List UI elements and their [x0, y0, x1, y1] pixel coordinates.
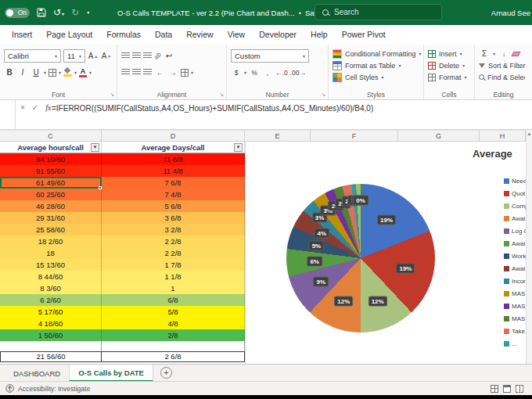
tab-view[interactable]: View [221, 25, 253, 45]
increase-decimal-button[interactable]: ←.0 [275, 66, 288, 79]
cell-average-hours[interactable]: 94 10/60 [0, 153, 102, 165]
font-name-select[interactable]: Calibri▾ [4, 49, 61, 63]
chart-title[interactable]: Average [473, 148, 512, 160]
sheet-tab-dashboard[interactable]: DASHBOARD [5, 365, 69, 382]
column-header-g[interactable]: G [398, 131, 480, 142]
cell-average-hours[interactable]: 91 55/60 [0, 165, 102, 177]
decrease-indent-icon[interactable]: ← [154, 66, 165, 79]
customize-quick-access-icon[interactable]: ▾ [86, 9, 89, 16]
cell-average-days[interactable]: 11 6/8 [102, 153, 245, 165]
legend-item[interactable]: Need... [504, 174, 526, 187]
column-header-e[interactable]: E [245, 131, 311, 142]
name-box[interactable] [0, 100, 16, 130]
format-as-table-button[interactable]: Format as Table ▾ [332, 59, 419, 71]
cell-average-days[interactable]: 7 4/8 [102, 189, 245, 200]
sort-filter-button[interactable]: Sort & Filter [479, 59, 528, 71]
legend-item[interactable]: MAS... [504, 287, 526, 300]
cell-average-days[interactable]: 7 6/8 [102, 177, 245, 189]
align-left-icon[interactable] [121, 69, 130, 76]
clear-icon[interactable] [512, 52, 521, 56]
cell-average-hours[interactable]: 4 18/60 [0, 318, 102, 329]
column-header-d[interactable]: D [102, 131, 245, 142]
tab-page-layout[interactable]: Page Layout [39, 25, 99, 45]
legend-item[interactable]: Quot... [504, 187, 526, 200]
chevron-down-icon[interactable]: ▾ [191, 70, 193, 75]
legend-item[interactable]: Incor... [504, 275, 526, 287]
cell-average-hours[interactable]: 5 17/60 [0, 306, 102, 318]
dialog-launcher-icon[interactable]: ↘ [110, 92, 114, 98]
total-hours-cell[interactable]: 21 56/60 [0, 351, 102, 362]
legend-item[interactable]: Awai... [504, 237, 526, 250]
wrap-text-icon[interactable]: ↩ [164, 49, 174, 63]
tab-review[interactable]: Review [179, 25, 220, 45]
cell-average-days[interactable]: 5/8 [102, 306, 245, 318]
pie-chart[interactable]: Average Need...Quot...Comp...Awai...Log … [245, 142, 526, 364]
increase-font-icon[interactable]: A▲ [88, 49, 99, 63]
cell-average-hours[interactable]: 6 2/60 [0, 294, 102, 306]
cell-average-days[interactable]: 1 [102, 282, 245, 294]
cell-average-hours[interactable]: 29 31/60 [0, 212, 102, 224]
fill-handle[interactable] [99, 186, 102, 189]
table-header-days[interactable]: Average Days/call ▼ [102, 142, 245, 153]
legend-item[interactable]: MAS... [504, 300, 526, 312]
formula-input[interactable]: =IFERROR((SUMIF(CallStatus,A4,OS_Hours)+… [52, 104, 373, 113]
undo-icon[interactable]: ↺▾ [53, 8, 64, 17]
filter-dropdown-icon[interactable]: ▼ [234, 143, 243, 152]
delete-cells-button[interactable]: Delete ▾ [428, 59, 470, 71]
conditional-formatting-button[interactable]: Conditional Formatting ▾ [332, 48, 419, 59]
cell-average-hours[interactable]: 61 49/60 [0, 177, 102, 189]
align-right-icon[interactable] [143, 69, 152, 76]
add-sheet-button[interactable]: + [160, 367, 172, 379]
column-header-f[interactable]: F [311, 131, 398, 142]
decrease-font-icon[interactable]: A▼ [101, 49, 112, 63]
underline-button[interactable]: U [31, 66, 41, 79]
legend-item[interactable]: MAS... [504, 312, 526, 325]
chevron-down-icon[interactable]: ▾ [44, 70, 46, 75]
insert-cells-button[interactable]: Insert ▾ [428, 48, 470, 59]
search-input[interactable]: Search [315, 4, 442, 20]
cell-average-hours[interactable]: 46 28/60 [0, 200, 102, 212]
accessibility-status[interactable]: Accessibility: Investigate [18, 385, 90, 393]
cell-average-hours[interactable]: 1 50/60 [0, 329, 102, 341]
cell-average-days[interactable]: 2 2/8 [102, 235, 245, 247]
legend-item[interactable]: Take... [504, 325, 526, 337]
accounting-format-button[interactable]: $ [231, 66, 242, 79]
borders-icon[interactable] [49, 69, 56, 77]
tab-power-pivot[interactable]: Power Pivot [335, 25, 393, 45]
filter-dropdown-icon[interactable]: ▼ [91, 143, 99, 152]
column-header-h[interactable]: H [480, 131, 526, 142]
merge-center-icon[interactable] [181, 69, 189, 77]
column-header-c[interactable]: C [0, 131, 102, 142]
legend-item[interactable]: ... [504, 337, 526, 350]
vertical-scrollbar[interactable]: ▲ [526, 130, 532, 364]
tab-data[interactable]: Data [148, 25, 179, 45]
tab-help[interactable]: Help [304, 25, 335, 45]
align-top-icon[interactable] [121, 52, 130, 59]
increase-indent-icon[interactable]: → [167, 66, 178, 79]
legend-item[interactable]: Work... [504, 250, 526, 262]
autosave-toggle[interactable]: On [5, 8, 30, 18]
legend-item[interactable]: Awai... [504, 262, 526, 275]
page-layout-view-icon[interactable] [503, 385, 511, 393]
cell-average-days[interactable]: 3 6/8 [102, 212, 245, 224]
font-color-icon[interactable]: A [79, 68, 87, 77]
align-center-icon[interactable] [132, 69, 141, 76]
format-cells-button[interactable]: Format ▾ [428, 71, 470, 83]
align-middle-icon[interactable] [132, 52, 141, 59]
autosum-button[interactable]: Σ [479, 47, 490, 60]
cell-average-days[interactable]: 2/8 [102, 329, 245, 341]
bold-button[interactable]: B [4, 66, 15, 79]
chevron-down-icon[interactable]: ▾ [74, 70, 77, 75]
cancel-icon[interactable]: × [20, 103, 25, 112]
cell-average-days[interactable]: 3 2/8 [102, 224, 245, 235]
redo-icon[interactable]: ↻ [71, 8, 79, 17]
dialog-launcher-icon[interactable]: ↘ [219, 92, 224, 98]
cell-average-hours[interactable]: 15 13/60 [0, 259, 102, 271]
cell-average-hours[interactable]: 8 44/60 [0, 271, 102, 282]
legend-item[interactable]: Log C... [504, 225, 526, 237]
chevron-down-icon[interactable]: ▾ [89, 70, 92, 75]
italic-button[interactable]: I [17, 66, 28, 79]
align-bottom-icon[interactable] [143, 52, 152, 59]
save-icon[interactable] [37, 8, 46, 17]
confirm-icon[interactable]: ✓ [32, 103, 38, 112]
